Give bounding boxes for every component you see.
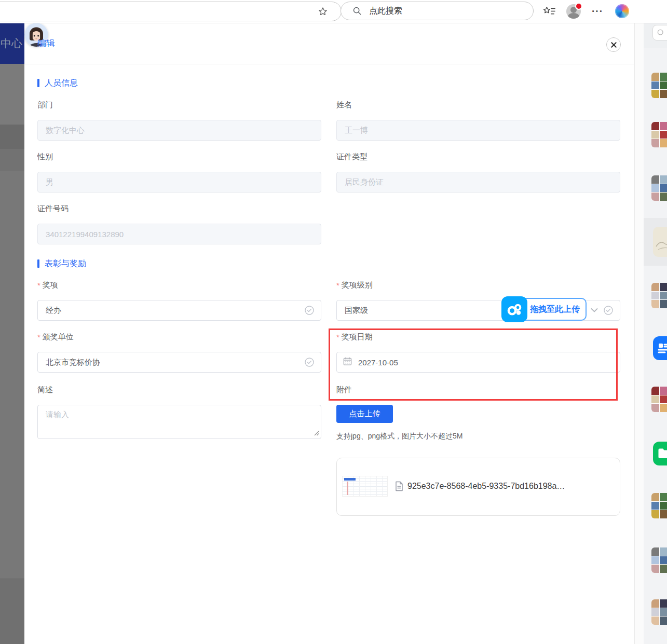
sidebar-search-input[interactable]: [652, 25, 667, 40]
section-bar: [37, 79, 39, 87]
page-right-gutter: [634, 23, 644, 644]
id-number-input: [37, 224, 321, 244]
section-personnel-info: 人员信息: [37, 78, 78, 88]
bookmark-star-icon[interactable]: [317, 5, 329, 18]
search-placeholder: 点此搜索: [369, 6, 402, 17]
award-label: 奖项: [43, 280, 58, 290]
department-label: 部门: [37, 100, 53, 110]
background-row: [0, 171, 24, 579]
field-award: *奖项: [37, 280, 321, 321]
field-department: 部门: [37, 100, 321, 141]
edit-dialog: 编辑 人员信息 部门 姓名 性别 证件类型 证件号码 表彰与奖励 *奖项: [24, 23, 634, 644]
background-row: [0, 64, 24, 125]
photo-grid-thumbnail[interactable]: [651, 387, 667, 412]
copilot-icon[interactable]: [615, 4, 630, 19]
field-id-type: 证件类型: [336, 152, 620, 193]
valid-check-icon: [604, 306, 613, 315]
sketch-image-thumbnail[interactable]: [653, 227, 667, 257]
magnifier-icon: [657, 29, 665, 37]
section-awards: 表彰与奖励: [37, 258, 86, 269]
photo-grid-thumbnail[interactable]: [651, 599, 667, 625]
award-date-label: 奖项日期: [342, 332, 373, 342]
summary-textarea[interactable]: [37, 405, 321, 439]
award-date-input[interactable]: [336, 352, 620, 373]
browser-sidebar-panel: [644, 4, 667, 644]
document-icon: [394, 481, 404, 491]
magnifier-icon: [352, 6, 362, 16]
upload-hint: 支持jpg、png格式，图片大小不超过5M: [336, 432, 463, 441]
background-row: [0, 125, 24, 149]
summary-label: 简述: [37, 385, 53, 395]
field-gender: 性别: [37, 152, 321, 193]
dialog-title: 编辑: [37, 37, 55, 49]
attachment-file-row[interactable]: 925e3c7e-8568-4eb5-9335-7bd16b198a…: [342, 476, 565, 497]
valid-check-icon: [305, 306, 314, 315]
netdisk-icon[interactable]: [501, 296, 527, 322]
photo-grid-thumbnail[interactable]: [651, 73, 667, 98]
background-header-text: 中心: [1, 36, 22, 51]
sidebar-app-icon-blue[interactable]: [653, 336, 667, 360]
award-org-input[interactable]: [37, 352, 321, 373]
award-input[interactable]: [37, 300, 321, 321]
award-org-label: 颁奖单位: [43, 332, 74, 342]
field-id-number: 证件号码: [37, 203, 321, 244]
more-ellipsis-icon[interactable]: ···: [590, 4, 605, 19]
calendar-icon: [343, 357, 352, 368]
award-level-label: 奖项级别: [342, 280, 373, 290]
section-bar: [37, 259, 39, 268]
id-type-label: 证件类型: [336, 152, 367, 162]
sidebar-app-icon-green[interactable]: [653, 442, 667, 465]
field-person-name: 姓名: [336, 100, 620, 141]
drag-upload-target[interactable]: 拖拽至此上传: [525, 298, 587, 321]
browser-toolbar: 点此搜索 ···: [0, 0, 667, 23]
spreadsheet-thumbnail: [342, 476, 388, 497]
id-type-input: [336, 172, 620, 193]
field-award-org: *颁奖单位: [37, 332, 321, 373]
profile-avatar-icon[interactable]: [566, 4, 581, 19]
person-name-label: 姓名: [336, 100, 352, 110]
field-award-level: *奖项级别 拖拽至此上传: [336, 280, 620, 321]
gender-label: 性别: [37, 152, 53, 162]
favorites-list-icon[interactable]: [542, 5, 556, 18]
field-attachment: 附件 点击上传 支持jpg、png格式，图片大小不超过5M 925e3c7e-8…: [336, 385, 620, 519]
photo-grid-thumbnail[interactable]: [651, 547, 667, 573]
chevron-down-icon: [591, 308, 598, 313]
search-input[interactable]: 点此搜索: [341, 2, 534, 20]
attachment-file-name: 925e3c7e-8568-4eb5-9335-7bd16b198a…: [407, 482, 565, 491]
background-row: [0, 579, 24, 644]
address-bar[interactable]: [0, 2, 342, 21]
photo-grid-thumbnail[interactable]: [651, 493, 667, 518]
photo-grid-thumbnail[interactable]: [651, 122, 667, 147]
background-app-header: 中心: [0, 23, 24, 64]
notification-dot: [575, 3, 582, 10]
attachment-card: 925e3c7e-8568-4eb5-9335-7bd16b198a…: [336, 458, 620, 516]
upload-button[interactable]: 点击上传: [336, 405, 393, 423]
id-number-label: 证件号码: [37, 204, 69, 214]
gender-input: [37, 172, 321, 193]
dialog-header: 编辑: [24, 23, 634, 64]
field-award-date: *奖项日期: [336, 332, 620, 373]
photo-grid-thumbnail[interactable]: [651, 175, 667, 201]
drag-upload-label: 拖拽至此上传: [530, 304, 580, 315]
photo-grid-thumbnail[interactable]: [651, 283, 667, 308]
close-icon: [610, 42, 617, 48]
field-summary: 简述: [37, 385, 321, 441]
department-input: [37, 120, 321, 141]
dimmed-background-page: 中心: [0, 23, 24, 644]
person-name-input: [336, 120, 620, 141]
valid-check-icon: [305, 358, 314, 367]
attachment-label: 附件: [336, 385, 352, 395]
background-row: [0, 149, 24, 171]
close-button[interactable]: [606, 37, 621, 52]
